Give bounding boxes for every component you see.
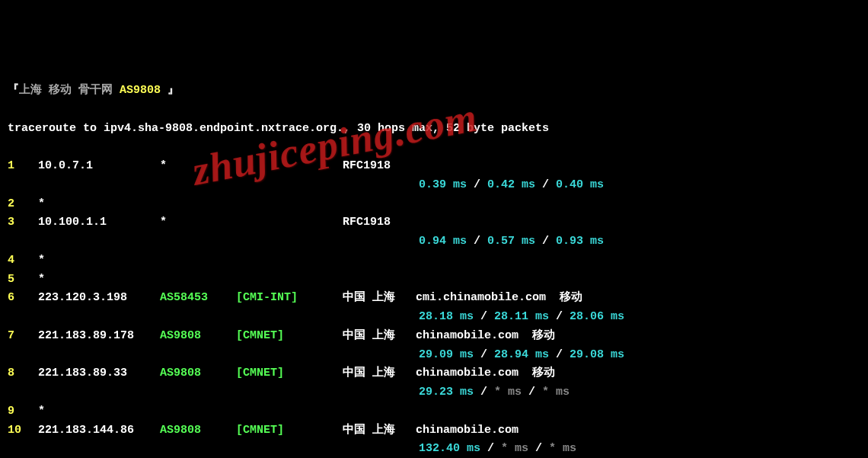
latency-value: 29.09 ms bbox=[419, 348, 474, 361]
hop-row: 10221.183.144.86AS9808[CMNET]中国 上海 china… bbox=[8, 421, 860, 440]
hop-row: 9* bbox=[8, 402, 860, 421]
latency-separator: / bbox=[549, 348, 570, 361]
latency-value: 28.94 ms bbox=[494, 348, 549, 361]
hop-geo: 中国 上海 chinamobile.com bbox=[343, 421, 519, 440]
hop-ip: 221.183.89.33 bbox=[38, 364, 160, 383]
hop-rfc: RFC1918 bbox=[343, 157, 391, 176]
latency-separator: / bbox=[522, 386, 542, 399]
hop-number: 8 bbox=[8, 364, 38, 383]
latency-value: 0.39 ms bbox=[419, 178, 467, 191]
hop-latency: 28.18 ms / 28.11 ms / 28.06 ms bbox=[8, 308, 860, 327]
hop-asn: AS58453 bbox=[160, 289, 236, 308]
latency-value: 29.08 ms bbox=[570, 348, 624, 361]
hop-number: 3 bbox=[8, 213, 38, 232]
hop-list: 110.0.7.1*RFC19180.39 ms / 0.42 ms / 0.4… bbox=[8, 157, 860, 458]
hop-tag: [CMI-INT] bbox=[236, 289, 343, 308]
header-location: 上海 移动 骨干网 bbox=[19, 84, 120, 97]
hop-row: 5* bbox=[8, 271, 860, 290]
latency-value: 28.06 ms bbox=[570, 310, 624, 323]
header-asn: AS9808 bbox=[120, 84, 161, 97]
latency-separator: / bbox=[474, 310, 494, 323]
hop-geo: 中国 上海 chinamobile.com 移动 bbox=[343, 327, 555, 346]
hop-geo: 中国 上海 chinamobile.com 移动 bbox=[343, 364, 555, 383]
latency-value: * ms bbox=[494, 386, 522, 399]
traceroute-header: 『上海 移动 骨干网 AS9808 』 bbox=[8, 82, 860, 101]
hop-row: 7221.183.89.178AS9808[CMNET]中国 上海 chinam… bbox=[8, 327, 860, 346]
hop-number: 7 bbox=[8, 327, 38, 346]
hop-row: 8221.183.89.33AS9808[CMNET]中国 上海 chinamo… bbox=[8, 364, 860, 383]
latency-value: 0.42 ms bbox=[487, 178, 535, 191]
hop-ip: 223.120.3.198 bbox=[38, 289, 160, 308]
hop-geo: 中国 上海 cmi.chinamobile.com 移动 bbox=[343, 289, 582, 308]
hop-ip: 221.183.144.86 bbox=[38, 421, 160, 440]
hop-row: 6223.120.3.198AS58453[CMI-INT]中国 上海 cmi.… bbox=[8, 289, 860, 308]
latency-separator: / bbox=[467, 178, 487, 191]
hop-row: 4* bbox=[8, 251, 860, 271]
latency-separator: / bbox=[535, 178, 556, 191]
hop-asn: AS9808 bbox=[160, 364, 236, 383]
hop-row: 310.100.1.1*RFC1918 bbox=[8, 213, 860, 232]
hop-rfc: RFC1918 bbox=[343, 213, 391, 232]
hop-timeout: * bbox=[38, 251, 45, 271]
hop-tag bbox=[236, 213, 343, 232]
latency-value: * ms bbox=[542, 386, 570, 399]
latency-value: 29.23 ms bbox=[419, 386, 474, 399]
hop-number: 4 bbox=[8, 251, 38, 271]
latency-separator: / bbox=[480, 442, 501, 455]
latency-separator: / bbox=[528, 442, 549, 455]
hop-latency: 29.09 ms / 28.94 ms / 29.08 ms bbox=[8, 346, 860, 365]
hop-timeout: * bbox=[38, 271, 45, 290]
hop-latency: 0.39 ms / 0.42 ms / 0.40 ms bbox=[8, 176, 860, 195]
hop-number: 10 bbox=[8, 421, 38, 440]
latency-value: 0.40 ms bbox=[556, 178, 604, 191]
hop-tag bbox=[236, 157, 343, 176]
latency-value: * ms bbox=[549, 442, 576, 455]
close-bracket: 』 bbox=[161, 84, 179, 97]
hop-row: 2* bbox=[8, 195, 860, 214]
hop-asn: AS9808 bbox=[160, 327, 236, 346]
hop-number: 9 bbox=[8, 402, 38, 421]
hop-asn: * bbox=[160, 157, 236, 176]
latency-value: * ms bbox=[501, 442, 528, 455]
latency-value: 0.94 ms bbox=[419, 235, 467, 248]
latency-value: 28.18 ms bbox=[419, 310, 474, 323]
latency-value: 28.11 ms bbox=[494, 310, 549, 323]
hop-number: 6 bbox=[8, 289, 38, 308]
hop-number: 2 bbox=[8, 195, 38, 214]
hop-ip: 221.183.89.178 bbox=[38, 327, 160, 346]
hop-asn: AS9808 bbox=[160, 421, 236, 440]
latency-separator: / bbox=[474, 386, 494, 399]
hop-asn: * bbox=[160, 213, 236, 232]
hop-latency: 132.40 ms / * ms / * ms bbox=[8, 440, 860, 458]
latency-value: 0.57 ms bbox=[487, 235, 535, 248]
hop-ip: 10.100.1.1 bbox=[38, 213, 160, 232]
hop-ip: 10.0.7.1 bbox=[38, 157, 160, 176]
hop-number: 1 bbox=[8, 157, 38, 176]
latency-separator: / bbox=[474, 348, 494, 361]
traceroute-command: traceroute to ipv4.sha-9808.endpoint.nxt… bbox=[8, 120, 860, 139]
hop-number: 5 bbox=[8, 271, 38, 290]
latency-separator: / bbox=[535, 235, 556, 248]
latency-value: 0.93 ms bbox=[556, 235, 604, 248]
hop-row: 110.0.7.1*RFC1918 bbox=[8, 157, 860, 176]
latency-separator: / bbox=[467, 235, 487, 248]
hop-tag: [CMNET] bbox=[236, 327, 343, 346]
latency-value: 132.40 ms bbox=[419, 442, 480, 455]
hop-timeout: * bbox=[38, 402, 45, 421]
hop-timeout: * bbox=[38, 195, 45, 214]
hop-tag: [CMNET] bbox=[236, 421, 343, 440]
open-bracket: 『 bbox=[8, 84, 19, 97]
latency-separator: / bbox=[549, 310, 570, 323]
hop-latency: 0.94 ms / 0.57 ms / 0.93 ms bbox=[8, 232, 860, 251]
hop-latency: 29.23 ms / * ms / * ms bbox=[8, 383, 860, 402]
hop-tag: [CMNET] bbox=[236, 364, 343, 383]
